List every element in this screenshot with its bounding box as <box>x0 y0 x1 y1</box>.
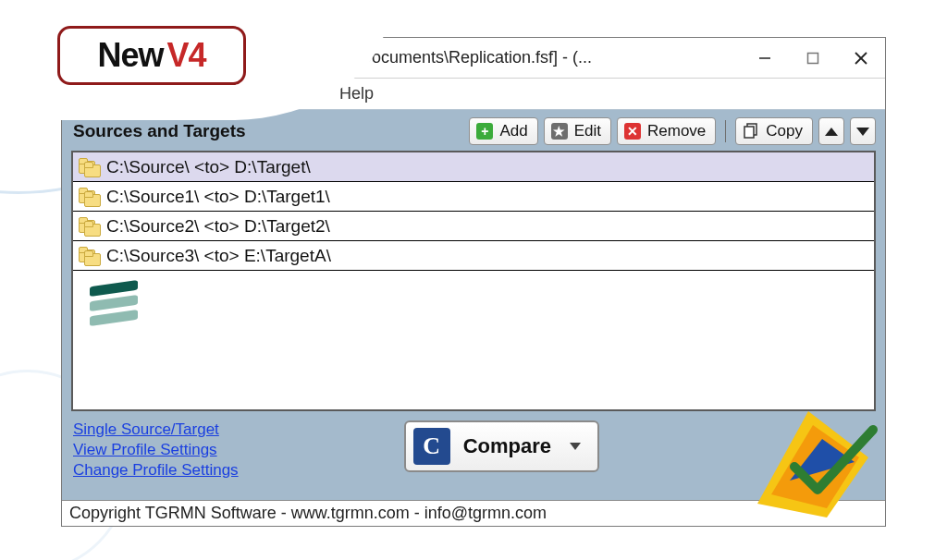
move-up-button[interactable] <box>818 117 844 145</box>
folder-pair-icon <box>79 217 101 236</box>
copy-icon <box>742 122 760 140</box>
edit-button[interactable]: ★ Edit <box>544 117 611 145</box>
profile-links: Single Source/Target View Profile Settin… <box>71 420 239 480</box>
status-text: Copyright TGRMN Software - www.tgrmn.com… <box>69 504 547 523</box>
content-area: Sources and Targets + Add ★ Edit ✕ Remov… <box>62 110 885 500</box>
add-button[interactable]: + Add <box>469 117 537 145</box>
compare-logo-icon: C <box>413 428 450 465</box>
svg-rect-5 <box>744 127 754 138</box>
x-icon: ✕ <box>623 122 642 140</box>
compare-button[interactable]: C Compare <box>404 420 599 472</box>
folder-pair-icon <box>79 158 101 177</box>
plus-icon: + <box>475 122 494 140</box>
new-v4-badge: NewV4 <box>57 26 246 85</box>
window-controls <box>741 38 885 78</box>
separator <box>725 120 726 142</box>
chevron-down-icon <box>856 128 869 136</box>
remove-label: Remove <box>647 122 706 140</box>
list-empty-area <box>73 271 874 409</box>
list-item[interactable]: C:\Source3\ <to> E:\TargetA\ <box>73 241 874 271</box>
layers-icon <box>86 280 141 330</box>
list-item-text: C:\Source2\ <to> D:\Target2\ <box>106 216 330 237</box>
list-item-text: C:\Source3\ <to> E:\TargetA\ <box>106 246 331 266</box>
list-item[interactable]: C:\Source1\ <to> D:\Target1\ <box>73 182 874 212</box>
move-down-button[interactable] <box>850 117 876 145</box>
maximize-button[interactable] <box>789 38 837 78</box>
dropdown-caret-icon <box>570 443 581 450</box>
list-item[interactable]: C:\Source2\ <to> D:\Target2\ <box>73 212 874 241</box>
copy-button[interactable]: Copy <box>735 117 813 145</box>
status-bar: Copyright TGRMN Software - www.tgrmn.com… <box>62 500 885 526</box>
add-label: Add <box>499 122 527 140</box>
list-item-text: C:\Source1\ <to> D:\Target1\ <box>106 187 330 207</box>
link-single-source-target[interactable]: Single Source/Target <box>73 420 239 439</box>
bottom-row: Single Source/Target View Profile Settin… <box>71 420 876 494</box>
minimize-button[interactable] <box>741 38 789 78</box>
edit-label: Edit <box>574 122 601 140</box>
copy-label: Copy <box>766 122 803 140</box>
folder-pair-icon <box>79 188 101 206</box>
menu-help[interactable]: Help <box>339 84 374 103</box>
section-title: Sources and Targets <box>71 121 463 141</box>
toolbar: Sources and Targets + Add ★ Edit ✕ Remov… <box>71 117 876 145</box>
link-change-profile-settings[interactable]: Change Profile Settings <box>73 461 239 480</box>
folder-pair-icon <box>79 247 101 265</box>
list-item[interactable]: C:\Source\ <to> D:\Target\ <box>73 152 874 182</box>
close-button[interactable] <box>837 38 885 78</box>
compare-label: Compare <box>463 434 551 458</box>
list-item-text: C:\Source\ <to> D:\Target\ <box>106 157 311 177</box>
svg-rect-1 <box>808 53 818 63</box>
chevron-up-icon <box>825 128 838 136</box>
sources-targets-list[interactable]: C:\Source\ <to> D:\Target\C:\Source1\ <t… <box>71 151 876 411</box>
star-icon: ★ <box>550 122 569 140</box>
link-view-profile-settings[interactable]: View Profile Settings <box>73 441 239 459</box>
remove-button[interactable]: ✕ Remove <box>617 117 716 145</box>
